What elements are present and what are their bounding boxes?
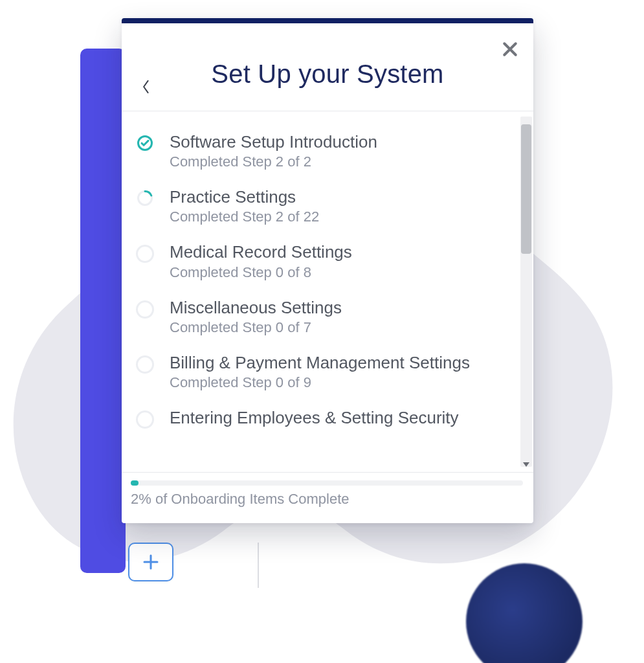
progress-label: 2% of Onboarding Items Complete — [131, 491, 524, 508]
checklist-item[interactable]: Practice SettingsCompleted Step 2 of 22 — [136, 181, 513, 236]
checklist-item-icon — [136, 187, 154, 225]
panel-footer: 2% of Onboarding Items Complete — [122, 472, 533, 523]
checklist-item[interactable]: Software Setup IntroductionCompleted Ste… — [136, 126, 513, 181]
checklist-item-icon — [136, 408, 154, 429]
back-button[interactable] — [133, 74, 159, 100]
panel-title: Set Up your System — [140, 60, 515, 89]
caret-down-icon — [522, 462, 530, 468]
checklist-item-subtitle: Completed Step 0 of 8 — [170, 264, 507, 281]
checklist: Software Setup IntroductionCompleted Ste… — [136, 126, 513, 439]
checklist-item-subtitle: Completed Step 2 of 22 — [170, 208, 507, 225]
checklist-item[interactable]: Medical Record SettingsCompleted Step 0 … — [136, 236, 513, 291]
blue-circle-peek — [466, 563, 583, 663]
checklist-item-title: Practice Settings — [170, 187, 507, 207]
panel-top-accent — [122, 18, 533, 23]
checklist-item-icon — [136, 132, 154, 170]
checklist-item-title: Software Setup Introduction — [170, 132, 507, 152]
checklist-item-texts: Billing & Payment Management SettingsCom… — [170, 353, 507, 391]
panel-header: Set Up your System — [122, 23, 533, 111]
checklist-scroll-area[interactable]: Software Setup IntroductionCompleted Ste… — [122, 111, 519, 472]
checklist-item-title: Billing & Payment Management Settings — [170, 353, 507, 373]
close-icon — [500, 39, 520, 59]
checklist-item-texts: Software Setup IntroductionCompleted Ste… — [170, 132, 507, 170]
checklist-item-texts: Medical Record SettingsCompleted Step 0 … — [170, 242, 507, 280]
vertical-divider — [258, 543, 259, 588]
checklist-item[interactable]: Entering Employees & Setting Security — [136, 401, 513, 439]
empty-ring-icon — [136, 355, 154, 374]
progress-ring-icon — [137, 190, 153, 207]
chevron-left-icon — [141, 78, 151, 95]
empty-ring-icon — [136, 300, 154, 319]
check-circle-icon — [137, 135, 153, 152]
close-button[interactable] — [496, 35, 524, 63]
empty-ring-icon — [136, 245, 154, 263]
checklist-item-title: Miscellaneous Settings — [170, 298, 507, 318]
add-button[interactable] — [128, 543, 173, 581]
checklist-item[interactable]: Miscellaneous SettingsCompleted Step 0 o… — [136, 291, 513, 346]
panel-body: Software Setup IntroductionCompleted Ste… — [122, 111, 533, 472]
progress-bar-fill — [131, 480, 139, 486]
checklist-item-texts: Entering Employees & Setting Security — [170, 408, 507, 429]
side-accent-strip — [80, 49, 126, 573]
checklist-item-icon — [136, 242, 154, 280]
scroll-down-arrow[interactable] — [521, 460, 531, 469]
checklist-item-title: Entering Employees & Setting Security — [170, 408, 507, 428]
checklist-item-texts: Miscellaneous SettingsCompleted Step 0 o… — [170, 298, 507, 336]
scrollbar-thumb[interactable] — [521, 124, 531, 254]
checklist-item-title: Medical Record Settings — [170, 242, 507, 262]
checklist-item-subtitle: Completed Step 0 of 7 — [170, 319, 507, 336]
checklist-item-subtitle: Completed Step 2 of 2 — [170, 153, 507, 170]
checklist-item-texts: Practice SettingsCompleted Step 2 of 22 — [170, 187, 507, 225]
checklist-item-subtitle: Completed Step 0 of 9 — [170, 374, 507, 391]
empty-ring-icon — [136, 410, 154, 429]
checklist-item-icon — [136, 353, 154, 391]
checklist-item-icon — [136, 298, 154, 336]
progress-bar — [131, 480, 523, 486]
checklist-item[interactable]: Billing & Payment Management SettingsCom… — [136, 346, 513, 401]
onboarding-panel: Set Up your System Software Setup Introd… — [122, 18, 533, 523]
scrollbar[interactable] — [519, 111, 533, 472]
plus-icon — [141, 552, 161, 572]
